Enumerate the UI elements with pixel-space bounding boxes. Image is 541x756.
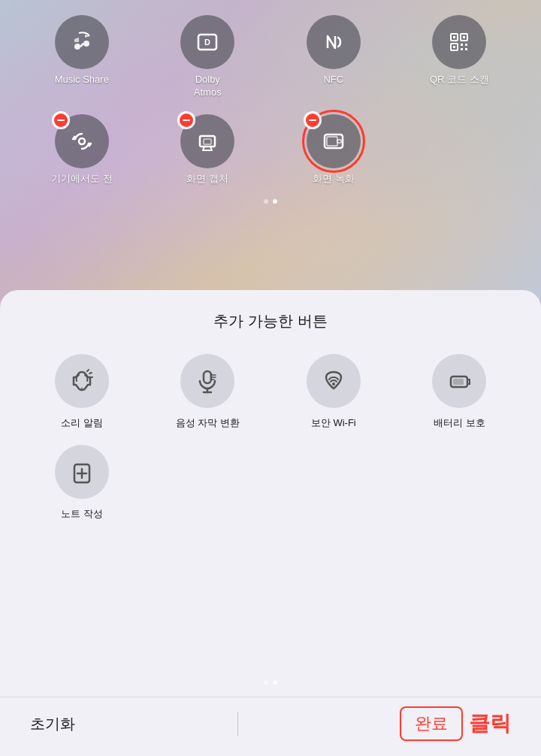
svg-rect-13: [461, 48, 463, 50]
svg-text:D: D: [204, 38, 210, 47]
top-row1-grid: Music Share D DolbyAtmos NFC: [0, 0, 541, 107]
screen-capture-item[interactable]: 화면 캡처: [149, 114, 267, 186]
panel-row1-grid: 소리 알림 음성 자막 변환: [0, 346, 541, 445]
reset-button[interactable]: 초기화: [30, 714, 75, 734]
battery-protect-label: 배터리 보호: [434, 417, 485, 430]
svg-rect-10: [453, 46, 455, 48]
music-share-label: Music Share: [55, 74, 109, 86]
battery-protect-item[interactable]: 배터리 보호: [400, 354, 519, 430]
voice-convert-item[interactable]: 음성 자막 변환: [149, 354, 267, 430]
panel-row2-grid: 노트 작성: [0, 445, 541, 536]
svg-point-28: [332, 383, 335, 386]
panel-dot-1: [264, 680, 268, 685]
screen-capture-label: 화면 캡처: [186, 173, 228, 186]
dot-2: [273, 199, 277, 204]
battery-protect-icon-circle: [432, 354, 486, 408]
qr-scan-label: QR 코드 스캔: [430, 74, 489, 86]
bottom-panel: 추가 가능한 버튼 소리 알림: [0, 290, 541, 756]
screen-capture-icon-circle: [180, 114, 234, 168]
qr-scan-item[interactable]: QR 코드 스캔: [400, 15, 519, 99]
screen-record-item[interactable]: 화면 녹화: [274, 114, 393, 186]
device-transfer-label: 기기에서도 전: [51, 173, 113, 186]
secure-wifi-item[interactable]: 보안 Wi-Fi: [274, 354, 393, 430]
svg-rect-12: [465, 44, 467, 46]
sound-alert-label: 소리 알림: [61, 417, 103, 430]
svg-point-0: [74, 44, 80, 50]
music-share-item[interactable]: Music Share: [23, 15, 141, 99]
note-write-icon-circle: [55, 445, 109, 499]
footer-divider: [237, 712, 238, 736]
secure-wifi-icon-circle: [307, 354, 361, 408]
done-button[interactable]: 완료: [400, 706, 463, 741]
bottom-bar: 초기화 완료 클릭: [0, 697, 541, 756]
panel-dot-2: [273, 680, 277, 685]
svg-point-21: [80, 388, 83, 390]
sound-alert-item[interactable]: 소리 알림: [23, 354, 141, 430]
svg-rect-16: [200, 136, 215, 147]
svg-rect-9: [463, 36, 465, 38]
music-share-icon-circle: [55, 15, 109, 69]
svg-rect-17: [204, 139, 211, 144]
dot-1: [264, 199, 268, 204]
voice-convert-label: 음성 자막 변환: [176, 417, 240, 430]
svg-point-1: [83, 41, 89, 47]
device-transfer-icon-circle: [55, 114, 109, 168]
note-write-item[interactable]: 노트 작성: [23, 445, 141, 521]
voice-convert-icon-circle: [180, 354, 234, 408]
svg-rect-20: [337, 140, 341, 143]
nfc-item[interactable]: NFC: [274, 15, 393, 99]
top-page-dots: [0, 193, 541, 213]
screen-record-label: 화면 녹화: [313, 173, 355, 186]
svg-rect-30: [453, 379, 464, 385]
top-section: Music Share D DolbyAtmos NFC: [0, 0, 541, 301]
svg-rect-14: [465, 48, 467, 50]
secure-wifi-label: 보안 Wi-Fi: [311, 417, 356, 430]
svg-point-15: [79, 138, 85, 144]
panel-page-dots: [0, 674, 541, 697]
device-transfer-item[interactable]: 기기에서도 전: [23, 114, 141, 186]
top-row2-grid: 기기에서도 전 화면 캡처: [0, 107, 541, 193]
nfc-label: NFC: [323, 74, 343, 86]
svg-rect-8: [453, 36, 455, 38]
screen-record-icon-circle: [307, 114, 361, 168]
svg-rect-19: [327, 137, 337, 146]
dolby-atmos-item[interactable]: D DolbyAtmos: [149, 15, 267, 99]
sound-alert-icon-circle: [55, 354, 109, 408]
panel-title: 추가 가능한 버튼: [0, 290, 541, 346]
note-write-label: 노트 작성: [61, 508, 103, 521]
done-wrapper: 완료 클릭: [400, 706, 511, 741]
dolby-atmos-icon-circle: D: [180, 15, 234, 69]
svg-rect-11: [461, 44, 463, 46]
empty-slot: [400, 114, 519, 186]
nfc-icon-circle: [307, 15, 361, 69]
qr-scan-icon-circle: [432, 15, 486, 69]
svg-line-2: [80, 44, 83, 47]
dolby-atmos-label: DolbyAtmos: [194, 74, 222, 99]
click-label: 클릭: [469, 709, 511, 738]
